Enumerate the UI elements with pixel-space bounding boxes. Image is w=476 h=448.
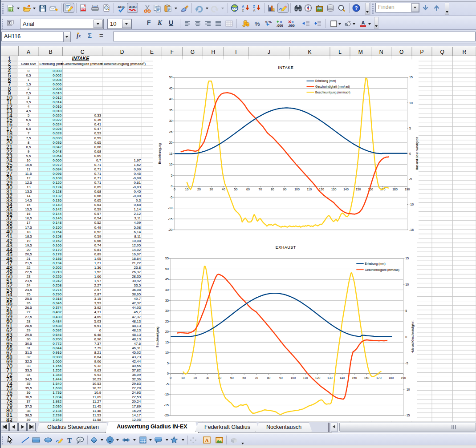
- svg-text:2,342: 2,342: [53, 418, 62, 422]
- svg-text:47,6: 47,6: [134, 342, 141, 346]
- svg-text:0,538: 0,538: [53, 324, 62, 328]
- svg-text:10,23: 10,23: [92, 377, 102, 381]
- svg-text:55: 55: [165, 257, 169, 260]
- svg-text:0,290: 0,290: [53, 292, 62, 296]
- svg-text:0,150: 0,150: [53, 226, 62, 230]
- svg-text:180: 180: [392, 188, 398, 191]
- svg-text:4,09: 4,09: [134, 221, 141, 225]
- svg-text:0,022: 0,022: [53, 118, 62, 122]
- svg-text:29,5: 29,5: [25, 333, 32, 337]
- svg-text:80: 80: [271, 188, 274, 191]
- svg-text:8,11: 8,11: [134, 234, 141, 238]
- svg-text:0,048: 0,048: [53, 149, 62, 153]
- svg-text:1,638: 1,638: [53, 386, 62, 390]
- svg-text:1,540: 1,540: [53, 382, 62, 386]
- svg-text:30: 30: [206, 376, 209, 379]
- svg-text:Beschleunigung (mm/rad²): Beschleunigung (mm/rad²): [315, 91, 350, 94]
- svg-text:0,41: 0,41: [94, 122, 102, 126]
- svg-text:1,66: 1,66: [94, 274, 102, 278]
- svg-text:130: 130: [327, 376, 333, 379]
- svg-text:0,65: 0,65: [94, 141, 102, 145]
- svg-text:3,5: 3,5: [26, 100, 31, 104]
- svg-text:3,11: 3,11: [134, 216, 141, 220]
- svg-text:36,5: 36,5: [25, 395, 32, 399]
- svg-text:13: 13: [27, 185, 31, 189]
- svg-text:-15: -15: [164, 404, 169, 407]
- svg-text:H: H: [211, 49, 215, 55]
- svg-text:70: 70: [255, 376, 258, 379]
- svg-text:0,65: 0,65: [94, 198, 102, 202]
- svg-text:10,72: 10,72: [92, 386, 102, 390]
- svg-text:24,93: 24,93: [132, 391, 141, 395]
- svg-text:0,148: 0,148: [53, 221, 62, 225]
- svg-text:0,202: 0,202: [53, 266, 62, 270]
- svg-text:47,37: 47,37: [132, 315, 141, 319]
- svg-text:33,5: 33,5: [25, 368, 32, 372]
- svg-text:110: 110: [307, 188, 312, 191]
- svg-text:46,31: 46,31: [132, 346, 141, 350]
- svg-text:11,45: 11,45: [93, 404, 102, 408]
- svg-text:20: 20: [27, 248, 31, 252]
- svg-text:40: 40: [169, 97, 173, 101]
- svg-text:1,97: 1,97: [134, 158, 141, 162]
- svg-text:0,68: 0,68: [134, 203, 141, 207]
- svg-text:15: 15: [27, 203, 31, 207]
- svg-text:0,374: 0,374: [53, 306, 62, 310]
- svg-text:0,59: 0,59: [94, 234, 102, 238]
- svg-text:11,48: 11,48: [93, 409, 102, 413]
- svg-text:22,59: 22,59: [132, 395, 141, 399]
- svg-text:38,65: 38,65: [132, 292, 141, 296]
- svg-text:-5: -5: [170, 196, 172, 199]
- svg-text:11,58: 11,58: [93, 418, 102, 422]
- svg-text:0,99: 0,99: [134, 167, 141, 171]
- svg-text:0,66: 0,66: [94, 194, 102, 198]
- svg-text:30: 30: [27, 337, 31, 341]
- svg-text:27,5: 27,5: [25, 315, 32, 319]
- svg-text:3: 3: [28, 96, 30, 100]
- svg-text:1,932: 1,932: [53, 400, 62, 404]
- svg-text:0,74: 0,74: [94, 243, 102, 247]
- svg-text:0,49: 0,49: [94, 226, 102, 230]
- svg-text:-15: -15: [409, 228, 414, 231]
- svg-text:5,03: 5,03: [94, 319, 102, 323]
- svg-text:10: 10: [185, 188, 189, 191]
- svg-text:0,988: 0,988: [53, 355, 62, 359]
- svg-text:2,57: 2,57: [94, 288, 102, 292]
- svg-text:12,05: 12,05: [132, 243, 141, 247]
- svg-text:0,128: 0,128: [53, 190, 62, 194]
- svg-text:-0,45: -0,45: [133, 190, 141, 194]
- svg-text:0,69: 0,69: [94, 185, 102, 189]
- svg-text:24,5: 24,5: [25, 288, 32, 292]
- svg-text:34,5: 34,5: [25, 377, 32, 381]
- svg-text:27: 27: [27, 310, 31, 314]
- svg-text:17,5: 17,5: [25, 226, 32, 230]
- svg-text:32,36: 32,36: [132, 377, 141, 381]
- svg-text:1,52: 1,52: [94, 270, 102, 274]
- svg-text:21,22: 21,22: [132, 261, 141, 265]
- svg-text:0,026: 0,026: [53, 127, 62, 131]
- svg-text:120: 120: [319, 188, 324, 191]
- svg-text:11,09: 11,09: [93, 395, 102, 399]
- svg-text:20: 20: [197, 188, 201, 191]
- svg-text:30: 30: [210, 188, 213, 191]
- svg-text:11,5: 11,5: [25, 172, 33, 176]
- svg-text:M: M: [358, 49, 363, 55]
- svg-text:14,5: 14,5: [25, 198, 32, 202]
- svg-text:0,53: 0,53: [94, 131, 102, 135]
- svg-text:100: 100: [294, 188, 300, 191]
- svg-text:G: G: [191, 49, 195, 55]
- svg-text:10: 10: [27, 158, 31, 162]
- svg-text:5: 5: [28, 113, 30, 117]
- svg-text:16,5: 16,5: [25, 216, 32, 220]
- svg-text:ABC: ABC: [129, 5, 137, 9]
- svg-text:1,05: 1,05: [94, 257, 102, 261]
- svg-text:24: 24: [27, 283, 31, 287]
- svg-text:2,27: 2,27: [94, 283, 102, 287]
- svg-text:35: 35: [165, 299, 169, 302]
- svg-text:10: 10: [405, 283, 409, 286]
- svg-text:20: 20: [193, 376, 197, 379]
- svg-text:20,5: 20,5: [25, 252, 32, 256]
- svg-text:0: 0: [171, 185, 173, 188]
- svg-text:30,92: 30,92: [132, 279, 141, 283]
- svg-text:K: K: [308, 49, 311, 55]
